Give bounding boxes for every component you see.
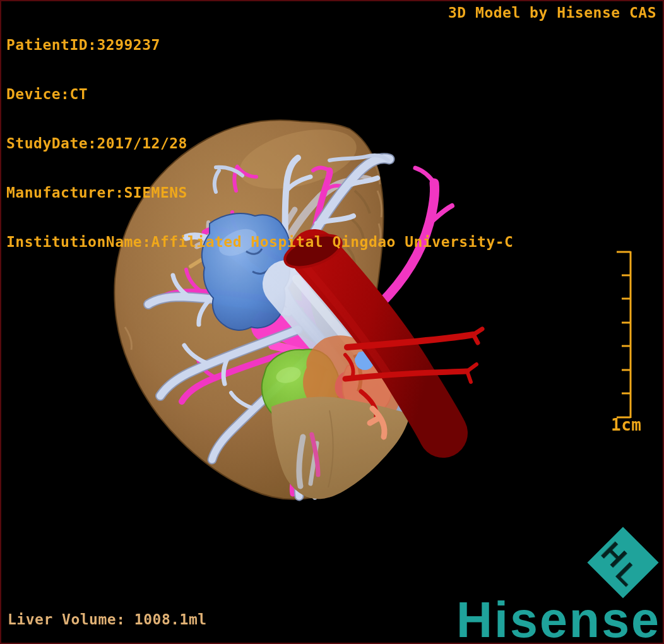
liver-flap-veil [271, 397, 410, 499]
viewer-title: 3D Model by Hisense CAS [448, 4, 656, 21]
patient-id: PatientID:3299237 [6, 37, 513, 53]
liver-volume-readout: Liver Volume: 1008.1ml [8, 611, 207, 628]
medical-3d-viewer-window: PatientID:3299237 Device:CT StudyDate:20… [0, 0, 664, 644]
patient-info-block: PatientID:3299237 Device:CT StudyDate:20… [6, 4, 513, 283]
manufacturer: Manufacturer:SIEMENS [6, 184, 513, 201]
scale-bar-label: 1cm [611, 417, 641, 433]
institution-name: InstitutionName:Affiliated Hospital Qing… [6, 234, 513, 250]
hisense-wordmark: Hisense [456, 595, 661, 644]
study-date: StudyDate:2017/12/28 [6, 135, 513, 152]
device: Device:CT [6, 86, 513, 102]
